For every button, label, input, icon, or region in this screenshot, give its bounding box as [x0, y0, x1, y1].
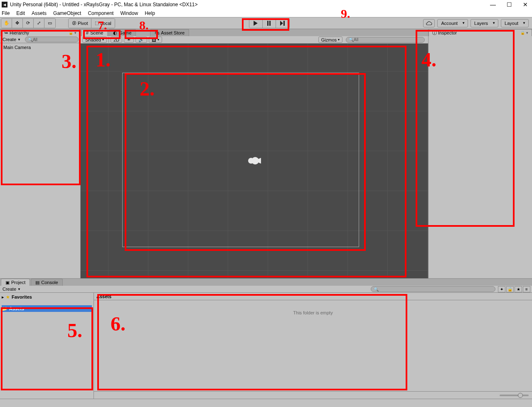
menu-component[interactable]: Component — [88, 10, 113, 16]
chevron-down-icon: ▼ — [492, 21, 495, 25]
unity-logo-icon: ◀ — [2, 2, 7, 7]
scene-view[interactable] — [81, 44, 428, 278]
menu-edit[interactable]: Edit — [16, 10, 25, 16]
game-icon: ◐ — [113, 30, 117, 36]
favorites-row[interactable]: ▸ ★ Favorites — [2, 294, 92, 300]
tab-asset-store[interactable]: 🛍 Asset Store — [150, 29, 189, 36]
hierarchy-panel: ≔ Hierarchy 🔒 ▾ Create ▼ 🔍 All Main Came… — [0, 29, 81, 278]
chevron-down-icon: ▼ — [17, 287, 21, 291]
scene-search-input[interactable]: 🔍 All — [346, 37, 425, 43]
lock-icon[interactable]: 🔒 ▾ — [69, 31, 76, 35]
cloud-button[interactable] — [423, 19, 435, 27]
tab-project[interactable]: ▣ Project — [1, 279, 30, 286]
svg-marker-7 — [258, 158, 261, 164]
maximize-button[interactable]: ☐ — [507, 1, 512, 8]
local-icon: ⬚ — [95, 20, 99, 26]
svg-marker-0 — [254, 21, 258, 26]
svg-rect-2 — [269, 21, 271, 26]
project-search-input[interactable]: 🔍 — [371, 286, 495, 292]
fx-toggle-button[interactable]: 🖾▾ — [149, 37, 162, 43]
chevron-down-icon: ▼ — [522, 21, 526, 25]
pivot-icon: ⦿ — [72, 21, 76, 26]
status-bar — [0, 399, 532, 407]
audio-toggle-button[interactable]: 🔊 — [135, 37, 147, 43]
lock-button[interactable]: 🔒 — [506, 286, 514, 292]
play-button[interactable] — [249, 19, 263, 28]
search-icon: 🔍 — [374, 287, 379, 292]
slider-thumb[interactable] — [518, 393, 523, 398]
sun-icon: ☀ — [127, 37, 131, 42]
hierarchy-search-input[interactable]: 🔍 All — [25, 37, 79, 42]
filter-button[interactable]: ✦ — [498, 286, 505, 292]
tab-scene[interactable]: # Scene — [81, 29, 108, 36]
project-area: ▣ Project ▤ Console Create ▼ 🔍 ✦ 🔒 ★ ≡ ▸… — [0, 278, 532, 399]
play-controls — [249, 18, 290, 28]
search-icon: 🔍 — [349, 37, 354, 42]
hierarchy-search-placeholder: All — [33, 37, 37, 42]
hierarchy-item[interactable]: Main Camera — [3, 45, 77, 50]
scale-tool-button[interactable]: ⤢ — [34, 19, 44, 28]
assets-empty-text: This folder is empty — [94, 300, 532, 391]
layers-dropdown[interactable]: Layers▼ — [470, 19, 498, 27]
close-button[interactable]: ✕ — [523, 1, 528, 8]
transform-tools: ✋ ✥ ⟳ ⤢ ▭ — [1, 18, 56, 28]
tab-game-label: Game — [119, 30, 131, 35]
chevron-down-icon: ▼ — [462, 21, 465, 25]
panel-menu-button[interactable]: ≡ — [523, 286, 530, 292]
rotate-tool-button[interactable]: ⟳ — [23, 19, 34, 28]
favorites-label: Favorites — [12, 294, 32, 299]
chevron-down-icon: ▼ — [17, 38, 21, 42]
menu-window[interactable]: Window — [120, 10, 138, 16]
gizmos-dropdown[interactable]: Gizmos ▾ — [318, 37, 342, 43]
tab-asset-store-label: Asset Store — [161, 30, 185, 35]
step-button[interactable] — [276, 19, 289, 28]
inspector-icon: ⓘ — [432, 30, 437, 36]
layout-dropdown[interactable]: Layout▼ — [501, 19, 529, 27]
account-dropdown[interactable]: Account▼ — [437, 19, 468, 27]
scene-search-placeholder: All — [354, 37, 358, 42]
chevron-down-icon: ▾ — [158, 38, 159, 42]
menu-help[interactable]: Help — [145, 10, 155, 16]
picture-icon: 🖾 — [152, 37, 156, 42]
thumbnail-size-slider[interactable] — [500, 395, 529, 396]
create-label: Create — [2, 287, 16, 292]
chevron-down-icon: ▾ — [338, 38, 340, 42]
local-label: Local — [100, 21, 111, 26]
menu-gameobject[interactable]: GameObject — [53, 10, 81, 16]
lock-icon[interactable]: 🔒 ▾ — [520, 31, 528, 35]
hierarchy-create-dropdown[interactable]: Create ▼ — [0, 37, 23, 42]
local-toggle-button[interactable]: ⬚ Local — [91, 19, 114, 28]
inspector-panel: ⓘ Inspector 🔒 ▾ — [428, 29, 532, 278]
svg-rect-1 — [267, 21, 268, 26]
pivot-toggle-button[interactable]: ⦿ Pivot — [69, 19, 91, 28]
window-titlebar: ◀ Unity Personal (64bit) - Untitled - xR… — [0, 0, 532, 9]
layers-label: Layers — [474, 21, 488, 26]
pause-button[interactable] — [263, 19, 276, 28]
assets-row[interactable]: 📁 Assets — [2, 305, 92, 312]
tab-game[interactable]: ◐ Game — [108, 29, 136, 36]
minimize-button[interactable]: — — [490, 1, 496, 8]
camera-gizmo-icon[interactable] — [248, 156, 261, 166]
pivot-label: Pivot — [78, 21, 88, 26]
menu-assets[interactable]: Assets — [32, 10, 47, 16]
hand-tool-button[interactable]: ✋ — [1, 19, 12, 28]
hierarchy-tab[interactable]: ≔ Hierarchy 🔒 ▾ — [0, 29, 80, 36]
2d-toggle-button[interactable]: 2D — [111, 37, 122, 43]
favorite-button[interactable]: ★ — [515, 286, 522, 292]
project-assets: Assets This folder is empty — [94, 293, 532, 399]
account-label: Account — [441, 21, 458, 26]
shaded-dropdown[interactable]: Shaded ▾ — [82, 37, 107, 43]
inspector-tab[interactable]: ⓘ Inspector 🔒 ▾ — [429, 29, 532, 36]
project-create-dropdown[interactable]: Create ▼ — [0, 287, 23, 292]
rect-tool-button[interactable]: ▭ — [44, 19, 55, 28]
window-title: Unity Personal (64bit) - Untitled - xRay… — [10, 2, 490, 7]
tab-console[interactable]: ▤ Console — [31, 279, 62, 286]
svg-rect-4 — [283, 21, 285, 26]
move-tool-button[interactable]: ✥ — [12, 19, 23, 28]
assets-tree-label: Assets — [9, 306, 24, 311]
scene-icon: # — [86, 30, 89, 35]
camera-frustum-rect — [122, 73, 359, 247]
assets-breadcrumb[interactable]: Assets — [94, 293, 532, 300]
light-toggle-button[interactable]: ☀ — [124, 37, 134, 43]
menu-file[interactable]: File — [2, 10, 10, 16]
